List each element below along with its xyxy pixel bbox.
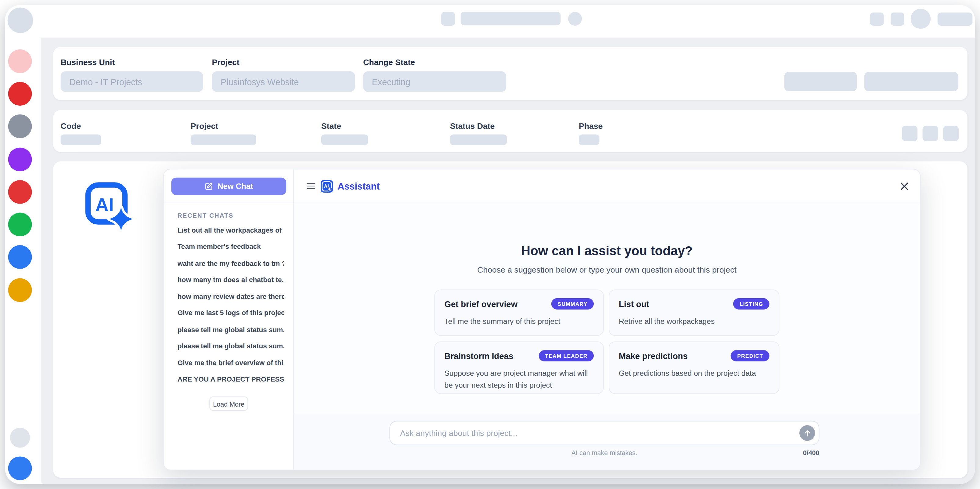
rail-app-icon-red2[interactable] [8,180,32,204]
character-counter: 0/400 [764,449,819,457]
chat-history-item[interactable]: please tell me global status sum... [178,338,284,354]
assistant-badge-icon: AI [321,180,333,192]
arrow-up-icon [803,429,811,437]
recent-chats-heading: RECENT CHATS [178,212,234,219]
topbar-menu-button[interactable] [441,12,455,25]
screen: Business Unit Demo - IT Projects Project… [0,0,980,489]
status-date-value-skeleton [450,134,507,145]
ask-input[interactable] [389,421,819,445]
assistant-panel: New Chat AI Assistant RECENT CHATS Lis [163,169,921,470]
chat-history-item[interactable]: how many review dates are there [178,288,284,305]
welcome-title: How can I assist you today? [294,243,920,258]
chat-sidebar-toggle-icon[interactable] [307,181,315,191]
suggestion-description: Suppose you are project manager what wil… [444,368,594,391]
table-header-card: Code Project State Status Date Phase [53,110,967,152]
project-label: Project [212,57,239,67]
column-state: State [321,121,341,131]
topbar-user-avatar[interactable] [911,9,931,29]
rail-app-icon-green[interactable] [8,212,32,236]
phase-value-skeleton [579,134,600,145]
rail-app-icon-blue2[interactable] [8,456,32,480]
suggestion-badge: LISTING [733,298,769,309]
workspace-avatar-icon[interactable] [8,8,33,33]
suggestion-title: List out [619,299,649,309]
ai-disclaimer-text: AI can make mistakes. [389,449,819,457]
row-tool-button-3[interactable] [943,126,959,141]
chat-history-item[interactable]: Give me last 5 logs of this project [178,305,284,321]
project-value-skeleton [191,134,256,145]
suggestion-card-predict[interactable]: Make predictions PREDICT Get predictions… [609,341,779,394]
suggestion-title: Get brief overview [444,299,517,309]
recent-chats-list: List out all the workpackages of ... Tea… [178,222,284,387]
chat-sidebar-header: New Chat [164,177,294,195]
chat-history-item[interactable]: Team member's feedback [178,238,284,255]
suggestion-card-listing[interactable]: List out LISTING Retrive all the workpac… [609,289,779,336]
suggestion-description: Retrive all the workpackages [619,315,770,327]
rail-app-icon-blue[interactable] [8,245,32,269]
suggestion-description: Tell me the summary of this project [444,315,594,327]
chat-history-item[interactable]: List out all the workpackages of ... [178,222,284,238]
row-tool-button-2[interactable] [923,126,938,141]
send-button[interactable] [799,425,815,441]
change-state-label: Change State [363,57,415,67]
rail-app-icon-pink[interactable] [8,49,32,73]
load-more-button[interactable]: Load More [209,397,248,411]
topbar-wide-button[interactable] [938,13,973,25]
rail-app-icon-gray[interactable] [8,115,32,138]
suggestion-title: Make predictions [619,351,688,360]
filters-card: Business Unit Demo - IT Projects Project… [53,47,967,100]
new-chat-button[interactable]: New Chat [171,177,286,195]
column-code: Code [61,121,81,131]
rail-app-icon-muted[interactable] [10,428,30,448]
business-unit-label: Business Unit [61,57,115,67]
suggestion-card-team-leader[interactable]: Brainstorm Ideas TEAM LEADER Suppose you… [434,341,604,394]
topbar-search-bar[interactable] [461,12,561,25]
assistant-input-footer: AI can make mistakes. 0/400 [294,413,920,470]
rail-app-icon-amber[interactable] [8,279,32,302]
svg-text:AI: AI [95,194,114,215]
filter-action-button-1[interactable] [784,72,857,92]
business-unit-select[interactable]: Demo - IT Projects [61,72,203,92]
state-value-skeleton [321,134,368,145]
suggestion-badge: SUMMARY [551,298,594,309]
ai-sparkle-logo-icon: AI [83,180,135,233]
chat-history-item[interactable]: Give me the brief overview of thi... [178,354,284,371]
row-tool-button-1[interactable] [902,126,918,141]
change-state-select[interactable]: Executing [363,72,506,92]
code-value-skeleton [61,134,101,145]
topbar-action-button-1[interactable] [870,13,884,25]
filter-action-button-2[interactable] [864,72,958,92]
suggestion-description: Get predictions based on the project dat… [619,368,770,379]
project-select[interactable]: Plusinfosys Website [212,72,355,92]
rail-app-icon-purple[interactable] [8,147,32,171]
chat-history-item[interactable]: how many tm does ai chatbot te... [178,272,284,288]
suggestion-badge: TEAM LEADER [539,350,594,362]
column-project: Project [191,121,218,131]
suggestion-title: Brainstorm Ideas [444,351,513,360]
welcome-subtitle: Choose a suggestion below or type your o… [294,265,920,275]
chat-history-item[interactable]: waht are the my feedback to tm ? [178,255,284,272]
chat-history-item[interactable]: please tell me global status sum... [178,321,284,338]
assistant-title: Assistant [337,181,380,191]
assistant-chat-body: How can I assist you today? Choose a sug… [294,203,920,413]
close-assistant-button[interactable] [900,182,909,191]
new-chat-label: New Chat [218,182,253,191]
topbar-action-button-2[interactable] [891,13,904,25]
suggestion-card-summary[interactable]: Get brief overview SUMMARY Tell me the s… [434,289,604,336]
column-phase: Phase [579,121,603,131]
suggestion-badge: PREDICT [731,350,770,362]
edit-pencil-icon [204,182,213,191]
assistant-header: New Chat AI Assistant [164,169,920,203]
topbar-search-button[interactable] [568,12,582,25]
chat-history-item[interactable]: ARE YOU A PROJECT PROFESSI... [178,371,284,387]
close-icon [900,182,909,191]
column-status-date: Status Date [450,121,495,131]
rail-app-icon-red[interactable] [8,82,32,106]
left-icon-rail [5,5,41,484]
chat-history-sidebar: RECENT CHATS List out all the workpackag… [164,169,294,470]
